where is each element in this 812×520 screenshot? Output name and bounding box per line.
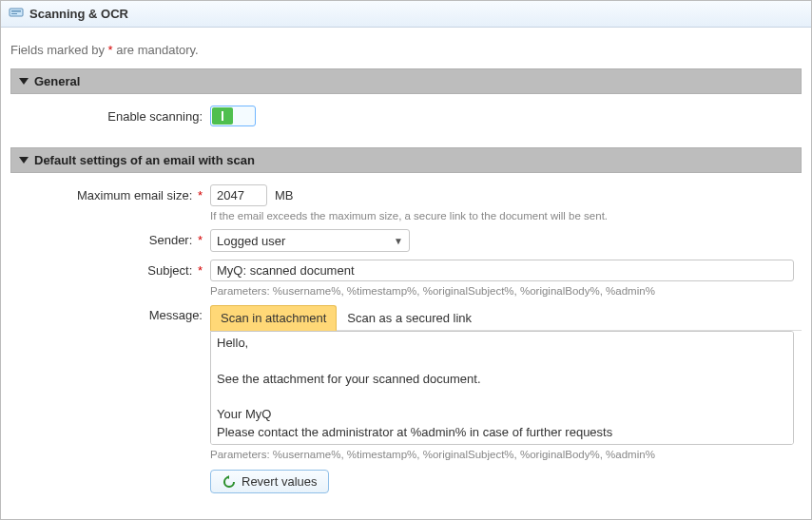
enable-scanning-label: Enable scanning: xyxy=(10,106,210,124)
toggle-knob xyxy=(212,107,233,125)
tab-scan-attachment[interactable]: Scan in attachment xyxy=(210,305,337,331)
svg-rect-0 xyxy=(10,9,23,16)
max-size-input[interactable] xyxy=(210,184,267,206)
revert-values-button[interactable]: Revert values xyxy=(210,470,329,493)
revert-icon xyxy=(222,475,236,489)
section-body-general: Enable scanning: xyxy=(10,94,802,147)
section-title-email: Default settings of an email with scan xyxy=(34,153,255,167)
note-pre: Fields marked by xyxy=(10,43,108,57)
page-title: Scanning & OCR xyxy=(29,7,128,21)
message-tabs: Scan in attachment Scan as a secured lin… xyxy=(210,304,802,331)
chevron-down-icon xyxy=(19,157,29,164)
message-label: Message: xyxy=(10,304,210,322)
section-body-email: Maximum email size: * MB If the email ex… xyxy=(10,173,802,514)
svg-rect-2 xyxy=(11,13,17,14)
message-textarea[interactable] xyxy=(210,331,794,445)
revert-values-label: Revert values xyxy=(242,474,317,489)
content: Fields marked by * are mandatory. Genera… xyxy=(1,28,811,520)
section-header-general[interactable]: General xyxy=(10,68,802,94)
enable-scanning-toggle[interactable] xyxy=(210,106,256,126)
subject-label: Subject: * xyxy=(10,260,210,278)
message-hint: Parameters: %username%, %timestamp%, %or… xyxy=(210,449,802,460)
subject-input[interactable] xyxy=(210,260,794,281)
chevron-down-icon xyxy=(19,78,29,85)
sender-select[interactable]: Logged user ▼ xyxy=(210,229,410,252)
section-title-general: General xyxy=(34,74,80,88)
settings-panel: Scanning & OCR Fields marked by * are ma… xyxy=(0,0,812,520)
section-header-email[interactable]: Default settings of an email with scan xyxy=(10,147,802,173)
subject-hint: Parameters: %username%, %timestamp%, %or… xyxy=(210,285,802,297)
max-size-hint: If the email exceeds the maximum size, a… xyxy=(210,210,802,221)
max-size-label: Maximum email size: * xyxy=(10,184,210,202)
mandatory-note: Fields marked by * are mandatory. xyxy=(10,43,802,57)
scanner-icon xyxy=(9,5,24,23)
sender-label: Sender: * xyxy=(10,229,210,247)
svg-rect-1 xyxy=(11,10,21,12)
chevron-down-icon: ▼ xyxy=(394,236,403,246)
tab-scan-secured-link[interactable]: Scan as a secured link xyxy=(337,305,482,331)
note-post: are mandatory. xyxy=(113,43,199,57)
max-size-unit: MB xyxy=(275,188,294,202)
titlebar: Scanning & OCR xyxy=(1,1,811,28)
sender-value: Logged user xyxy=(217,234,285,248)
